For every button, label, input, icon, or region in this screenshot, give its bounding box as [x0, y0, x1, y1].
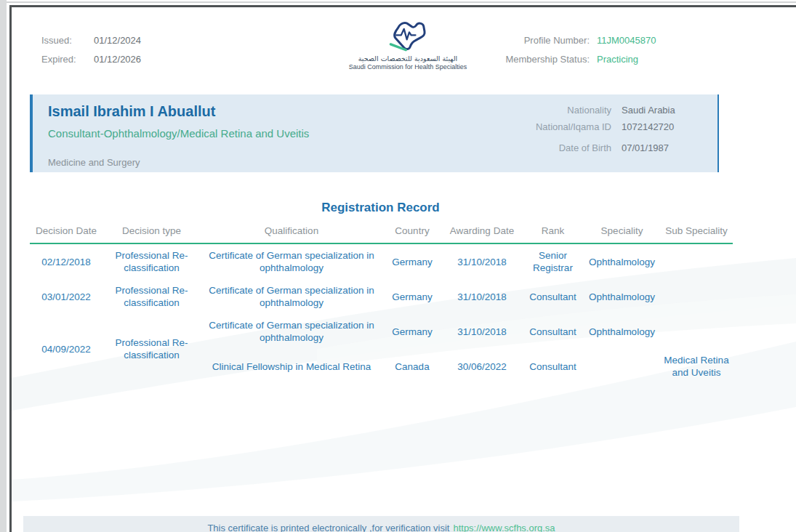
issued-label: Issued:: [41, 35, 85, 46]
cell-qualification: Certificate of German specialization in …: [201, 314, 382, 349]
col-rank: Rank: [522, 220, 584, 243]
cell-country: Germany: [382, 243, 442, 279]
cell-speciality: Ophthalmology: [584, 243, 660, 279]
cell-speciality: [584, 349, 660, 384]
cell-rank: Consultant: [522, 349, 584, 384]
expired-label: Expired:: [41, 54, 85, 65]
cell-decision-type: Professional Re-classification: [102, 314, 201, 384]
cell-rank: Consultant: [522, 314, 584, 349]
window-left-strip: [0, 0, 7, 532]
cell-decision-date: 04/09/2022: [30, 314, 102, 384]
certificate-content: Issued: 01/12/2024 Expired: 01/12/2026 ا…: [12, 7, 796, 532]
col-awarding-date: Awarding Date: [442, 220, 522, 243]
expired-value: 01/12/2026: [94, 54, 141, 65]
membership-status-value: Practicing: [597, 54, 670, 65]
cell-decision-date: 02/12/2018: [30, 243, 102, 279]
issued-value: 01/12/2024: [94, 35, 141, 46]
practitioner-degree: Medicine and Surgery: [48, 157, 140, 168]
table-header-row: Decision Date Decision type Qualificatio…: [30, 220, 733, 243]
table-row: 03/01/2022Professional Re-classification…: [30, 279, 733, 314]
logo-arabic-name: الهيئة السعودية للتخصصات الصحية: [331, 55, 484, 63]
cell-country: Germany: [382, 279, 442, 314]
col-sub-speciality: Sub Speciality: [660, 220, 733, 243]
col-decision-date: Decision Date: [30, 220, 102, 243]
practitioner-details: Nationality Saudi Arabia National/Iqama …: [536, 105, 701, 159]
issue-dates-block: Issued: 01/12/2024 Expired: 01/12/2026: [41, 35, 141, 73]
nationality-value: Saudi Arabia: [622, 105, 701, 116]
registration-record-table: Decision Date Decision type Qualificatio…: [30, 220, 733, 384]
cell-speciality: Ophthalmology: [584, 279, 660, 314]
footer-text: This certificate is printed electronical…: [207, 523, 449, 532]
membership-status-label: Membership Status:: [505, 54, 590, 65]
cell-sub-speciality: [660, 243, 733, 279]
cell-sub-speciality: Medical Retina and Uveitis: [660, 349, 733, 384]
nationality-label: Nationality: [567, 105, 611, 116]
profile-number-value: 11JM0045870: [597, 35, 670, 46]
cell-sub-speciality: [660, 314, 733, 349]
verification-link[interactable]: https://www.scfhs.org.sa: [453, 523, 555, 532]
cell-country: Canada: [382, 349, 442, 384]
logo-english-name: Saudi Commission for Health Specialties: [331, 63, 484, 70]
scfhs-map-pulse-logo-icon: [331, 20, 484, 54]
verification-footer: This certificate is printed electronical…: [23, 516, 739, 532]
practitioner-name: Ismail Ibrahim I Abuallut: [48, 103, 215, 120]
cell-decision-date: 03/01/2022: [30, 279, 102, 314]
cell-awarding-date: 30/06/2022: [442, 349, 522, 384]
cell-rank: Senior Registrar: [522, 243, 584, 279]
profile-number-label: Profile Number:: [524, 35, 590, 46]
window-top-line: [7, 1, 796, 3]
national-id-value: 1072142720: [622, 121, 701, 132]
table-row: 04/09/2022Professional Re-classification…: [30, 314, 733, 349]
cell-qualification: Clinical Fellowship in Medical Retina: [201, 349, 382, 384]
col-speciality: Speciality: [584, 220, 660, 243]
date-of-birth-label: Date of Birth: [559, 142, 611, 153]
profile-status-block: Profile Number: 11JM0045870 Membership S…: [505, 35, 670, 73]
cell-decision-type: Professional Re-classification: [102, 279, 201, 314]
date-of-birth-value: 07/01/1987: [622, 142, 701, 153]
scfhs-logo-block: الهيئة السعودية للتخصصات الصحية Saudi Co…: [331, 20, 484, 70]
cell-rank: Consultant: [522, 279, 584, 314]
cell-speciality: Ophthalmology: [584, 314, 660, 349]
practitioner-card: Ismail Ibrahim I Abuallut Consultant-Oph…: [30, 94, 719, 172]
certificate-page: Issued: 01/12/2024 Expired: 01/12/2026 ا…: [0, 0, 796, 532]
col-qualification: Qualification: [201, 220, 382, 243]
cell-awarding-date: 31/10/2018: [442, 243, 522, 279]
cell-qualification: Certificate of German specialization in …: [201, 243, 382, 279]
cell-qualification: Certificate of German specialization in …: [201, 279, 382, 314]
cell-awarding-date: 31/10/2018: [442, 314, 522, 349]
registration-record-title: Registration Record: [30, 201, 731, 215]
col-decision-type: Decision type: [102, 220, 201, 243]
practitioner-title: Consultant-Ophthalmology/Medical Retina …: [48, 126, 361, 140]
cell-sub-speciality: [660, 279, 733, 314]
table-row: 02/12/2018Professional Re-classification…: [30, 243, 733, 279]
col-country: Country: [382, 220, 442, 243]
national-id-label: National/Iqama ID: [536, 121, 611, 132]
cell-country: Germany: [382, 314, 442, 349]
cell-decision-type: Professional Re-classification: [102, 243, 201, 279]
cell-awarding-date: 31/10/2018: [442, 279, 522, 314]
